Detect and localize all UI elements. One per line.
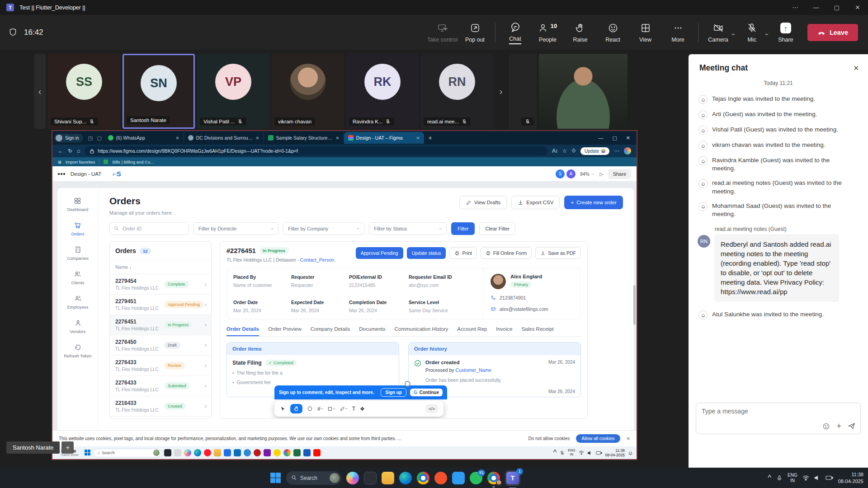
copilot-icon[interactable] xyxy=(184,449,191,456)
scrollbar-thumb[interactable] xyxy=(633,285,636,325)
filter-domicile-dropdown[interactable]: Filter by Domicile› xyxy=(193,222,278,235)
participant-tile[interactable]: VP Vishal Patil ... xyxy=(197,54,269,129)
mic-options-chevron-icon[interactable]: › xyxy=(764,33,771,35)
import-favorites-link[interactable]: Import favorites xyxy=(66,160,95,164)
contact-person-link[interactable]: Contact_Person. xyxy=(300,257,335,263)
app-icon[interactable] xyxy=(174,449,181,456)
workspaces-icon[interactable]: ◳ xyxy=(86,135,95,141)
taskbar-search-input[interactable]: Search xyxy=(286,471,341,485)
leave-button[interactable]: Leave xyxy=(807,24,858,41)
home-icon[interactable]: ⌂ xyxy=(77,148,80,154)
brave-icon[interactable] xyxy=(434,472,447,484)
tab-company-details[interactable]: Company Details xyxy=(311,326,350,336)
collaborator-avatar[interactable]: S xyxy=(556,169,565,178)
figma-share-button[interactable]: Share xyxy=(608,169,631,179)
browser-close-icon[interactable]: ✕ xyxy=(626,135,630,141)
participant-tile[interactable]: SS Shivani Sup... xyxy=(48,54,120,129)
view-button[interactable]: View xyxy=(629,22,662,43)
participant-tile-active-speaker[interactable]: SN Santosh Narate xyxy=(123,54,195,129)
chat-button[interactable]: Chat xyxy=(499,21,532,44)
tab-close-icon[interactable]: ✕ xyxy=(175,136,179,141)
file-explorer-icon[interactable] xyxy=(214,449,221,456)
tab-close-icon[interactable]: ✕ xyxy=(335,136,339,141)
zoom-chevron-icon[interactable]: › xyxy=(590,173,597,175)
share-button[interactable]: ↑ Share xyxy=(769,22,802,43)
filter-apply-button[interactable]: Filter xyxy=(451,222,475,235)
move-tool-icon[interactable] xyxy=(280,406,286,412)
participant-tile[interactable]: RK Ravindra K... xyxy=(346,54,419,129)
order-row[interactable]: 2279451TL Flex Holdings LLCApproval Pend… xyxy=(110,295,211,315)
app-icon[interactable] xyxy=(224,449,231,456)
hand-tool-icon[interactable] xyxy=(290,404,302,413)
participant-tile[interactable]: RN read.ai mee... xyxy=(421,54,493,129)
close-icon[interactable]: ✕ xyxy=(847,0,868,15)
vscode-icon[interactable] xyxy=(452,472,465,484)
name-column-header[interactable]: Name ↓ xyxy=(110,260,211,274)
tab-order-preview[interactable]: Order Preview xyxy=(268,326,302,336)
tab-actions-icon[interactable]: ▢ xyxy=(95,135,104,141)
filter-clear-button[interactable]: Clear Filter xyxy=(479,222,515,235)
pen-tool-icon[interactable]: › xyxy=(340,406,347,412)
chat-close-icon[interactable]: ✕ xyxy=(853,64,859,72)
settings-ellipsis-icon[interactable]: ⋯ xyxy=(614,148,619,154)
filter-company-dropdown[interactable]: Filter by Company› xyxy=(283,222,364,235)
more-button[interactable]: More xyxy=(662,22,694,43)
extensions-icon[interactable]: ⟐ xyxy=(571,148,576,154)
raise-button[interactable]: Raise xyxy=(564,22,597,43)
mcafee-icon[interactable] xyxy=(254,449,261,456)
app-icon[interactable] xyxy=(244,449,251,456)
camera-options-chevron-icon[interactable]: › xyxy=(730,33,737,35)
people-button[interactable]: 10 People xyxy=(532,22,564,43)
speaker-icon[interactable] xyxy=(587,450,593,455)
sidebar-item-companies[interactable]: Companies xyxy=(67,246,89,261)
contact-phone[interactable]: 2123874901 xyxy=(500,295,526,300)
tab-sales-receipt[interactable]: Sales Receipt xyxy=(522,326,554,336)
figma-zoom-level[interactable]: 94% xyxy=(580,171,590,177)
browser-profile-icon[interactable] xyxy=(624,147,631,155)
presenter-search-input[interactable]: ⌕Search xyxy=(94,449,161,457)
cookie-close-icon[interactable]: ✕ xyxy=(627,436,630,441)
maximize-icon[interactable]: ▢ xyxy=(826,0,847,15)
url-field[interactable]: https://www.figma.com/design/9BKQ0FOHRWa… xyxy=(85,146,547,155)
chrome-icon[interactable] xyxy=(283,449,291,456)
fill-online-form-button[interactable]: Fill Online Form xyxy=(481,247,532,259)
export-csv-button[interactable]: Export CSV xyxy=(511,196,560,209)
outlook-icon[interactable] xyxy=(234,449,241,456)
notification-bell-icon[interactable] xyxy=(628,450,633,455)
battery-icon[interactable] xyxy=(596,451,602,455)
language-indicator[interactable]: ENGIN xyxy=(788,473,797,483)
dev-mode-toggle-icon[interactable]: </> xyxy=(425,404,438,413)
window-more-icon[interactable]: ⋯ xyxy=(785,0,806,15)
refresh-icon[interactable]: ↻ xyxy=(68,148,72,154)
browser-tab[interactable]: DC Divisions and Surroundings✕ xyxy=(184,132,264,144)
start-icon[interactable] xyxy=(85,450,91,456)
text-tool-icon[interactable]: T xyxy=(352,406,355,412)
create-new-order-button[interactable]: +Create new order xyxy=(564,196,623,209)
chat-message-input[interactable] xyxy=(696,403,860,419)
app-icon[interactable] xyxy=(164,449,171,456)
wifi-icon[interactable] xyxy=(802,475,809,481)
app-icon[interactable] xyxy=(264,449,271,456)
emoji-icon[interactable] xyxy=(822,422,830,430)
chrome-icon[interactable] xyxy=(417,472,429,484)
excel-icon[interactable] xyxy=(293,449,301,456)
edge-icon[interactable] xyxy=(194,449,201,456)
tab-close-icon[interactable]: ✕ xyxy=(255,136,259,141)
scroll-left-icon[interactable]: ‹ xyxy=(34,54,46,129)
deny-cookies-button[interactable]: Do not allow cookies xyxy=(528,436,570,441)
filter-status-dropdown[interactable]: Filter by Status› xyxy=(369,222,447,235)
attach-plus-icon[interactable]: + xyxy=(836,422,841,430)
mic-icon[interactable] xyxy=(776,475,783,481)
tab-close-icon[interactable]: ✕ xyxy=(416,136,420,141)
tab-invoice[interactable]: Invoice xyxy=(496,326,512,336)
sidebar-item-employees[interactable]: Employees xyxy=(67,295,89,310)
whatsapp-icon[interactable]: 81 xyxy=(470,472,482,484)
participant-tile-video[interactable] xyxy=(539,54,627,129)
allow-cookies-button[interactable]: Allow all cookies xyxy=(576,434,620,443)
camera-button[interactable]: Camera xyxy=(702,22,735,43)
copilot-icon[interactable] xyxy=(346,472,359,484)
collaborator-avatar[interactable]: A xyxy=(566,169,576,178)
clock-date[interactable]: 11:3808-04-2025 xyxy=(838,471,863,484)
pin-add-icon[interactable]: + xyxy=(61,441,74,454)
send-icon[interactable] xyxy=(848,422,856,430)
